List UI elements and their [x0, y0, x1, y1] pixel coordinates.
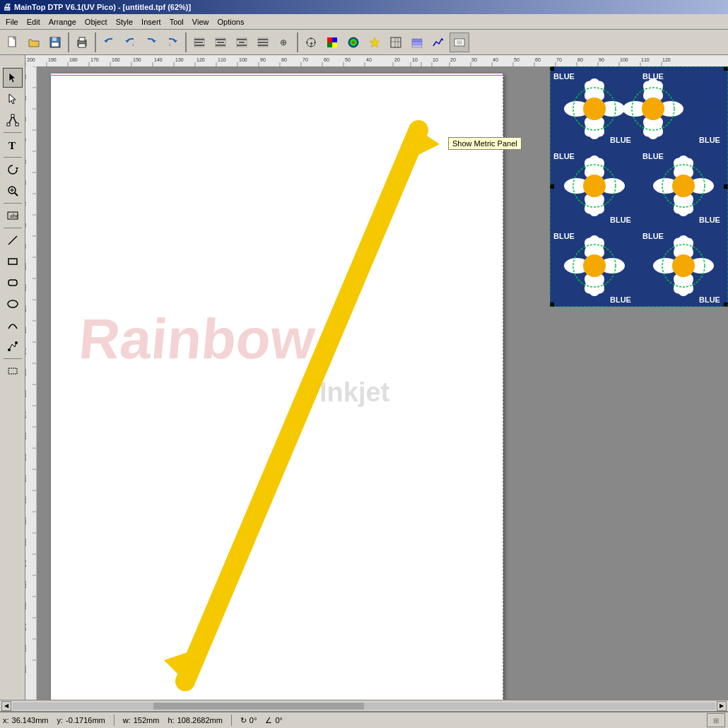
pen-tool[interactable] [3, 336, 23, 356]
svg-rect-122 [11, 115, 14, 117]
menu-style[interactable]: Style [112, 16, 137, 28]
svg-rect-140 [25, 66, 37, 700]
rounded-rect-tool[interactable] [3, 273, 23, 293]
svg-marker-14 [173, 40, 177, 42]
marquee-tool[interactable] [3, 361, 23, 381]
svg-text:20: 20 [394, 57, 400, 62]
menu-tool[interactable]: Tool [165, 16, 188, 28]
layers-button[interactable] [407, 33, 427, 52]
ruler-horizontal: 200 190 180 170 160 150 140 130 120 110 [25, 55, 728, 66]
svg-text:20: 20 [25, 95, 27, 100]
svg-marker-11 [125, 40, 129, 42]
line-tool[interactable] [3, 230, 23, 250]
svg-rect-134 [8, 259, 17, 264]
crosshair-button[interactable]: + [301, 33, 321, 52]
zoom-tool[interactable] [3, 181, 23, 201]
color-button[interactable] [322, 33, 342, 52]
menu-view[interactable]: View [188, 16, 213, 28]
svg-text:260: 260 [25, 601, 27, 609]
svg-text:10: 10 [25, 74, 27, 79]
rect-tool[interactable] [3, 252, 23, 271]
align4-button[interactable] [253, 33, 273, 52]
svg-text:30: 30 [471, 57, 477, 62]
app-icon: 🖨 [3, 2, 11, 12]
svg-text:210: 210 [25, 495, 27, 503]
redo2-button[interactable]: ↓ [163, 33, 182, 52]
redo-button[interactable] [141, 33, 161, 52]
align3-button[interactable] [232, 33, 252, 52]
status-w: w: 152mm [123, 716, 160, 724]
select-tool[interactable] [3, 68, 23, 88]
canvas-area[interactable]: Rainbow Inkjet [37, 66, 728, 700]
undo-button[interactable] [99, 33, 119, 52]
print-button[interactable] [72, 33, 92, 52]
svg-point-227 [642, 98, 664, 120]
svg-text:100: 100 [25, 262, 27, 270]
ellipse-tool[interactable] [3, 294, 23, 314]
grid-button[interactable] [386, 33, 406, 52]
align1-button[interactable] [189, 33, 209, 52]
color2-button[interactable] [344, 33, 363, 52]
status-skew: ∠ 0° [265, 716, 283, 725]
svg-text:60: 60 [324, 57, 329, 62]
x-label: x: [3, 716, 9, 724]
text-tool[interactable]: T [3, 135, 23, 155]
menu-arrange[interactable]: Arrange [45, 16, 81, 28]
svg-text:120: 120 [662, 57, 671, 62]
svg-point-266 [583, 254, 606, 277]
new-button[interactable] [3, 33, 23, 52]
svg-text:30: 30 [25, 117, 27, 122]
align2-button[interactable] [211, 33, 230, 52]
menu-file[interactable]: File [1, 16, 23, 28]
metric-panel-button[interactable] [450, 33, 469, 52]
guide-line-h [51, 75, 503, 76]
svg-text:140: 140 [154, 57, 163, 62]
svg-text:280: 280 [25, 644, 27, 652]
resize-handle[interactable]: ⊞ [707, 713, 725, 727]
align5-button[interactable]: ⊕ [274, 33, 294, 52]
curve-tool[interactable] [3, 315, 23, 335]
chart-button[interactable] [428, 33, 448, 52]
svg-point-136 [8, 300, 18, 307]
svg-text:160: 160 [112, 57, 120, 62]
pointer-tool[interactable] [3, 89, 23, 109]
horizontal-scrollbar[interactable]: ◀ ▶ [0, 700, 728, 711]
open-button[interactable] [24, 33, 44, 52]
svg-rect-288 [724, 303, 728, 307]
svg-text:290: 290 [25, 665, 27, 673]
svg-text:↓: ↓ [131, 41, 134, 47]
svg-rect-39 [327, 37, 332, 42]
svg-text:110: 110 [25, 283, 27, 291]
svg-text:80: 80 [577, 57, 583, 62]
scroll-thumb[interactable] [153, 703, 364, 710]
menu-edit[interactable]: Edit [23, 16, 45, 28]
node-tool[interactable] [3, 110, 23, 130]
svg-rect-123 [7, 123, 10, 126]
menu-options[interactable]: Options [213, 16, 248, 28]
svg-rect-4 [52, 37, 57, 41]
ruler-vertical: 10 20 30 40 50 60 70 80 90 [25, 66, 37, 700]
star-button[interactable] [365, 33, 384, 52]
svg-text:130: 130 [175, 57, 184, 62]
rotate-tool[interactable] [3, 160, 23, 180]
menu-insert[interactable]: Insert [137, 16, 165, 28]
svg-point-215 [583, 98, 606, 120]
svg-text:10: 10 [433, 57, 438, 62]
svg-text:80: 80 [281, 57, 287, 62]
svg-text:BLUE: BLUE [610, 136, 631, 144]
save-button[interactable] [45, 33, 65, 52]
undo2-button[interactable]: ↓ [120, 33, 140, 52]
scroll-right-button[interactable]: ▶ [717, 701, 727, 711]
svg-text:BLUE: BLUE [642, 152, 664, 160]
svg-rect-49 [412, 45, 422, 47]
svg-text:60: 60 [25, 180, 27, 185]
scroll-track[interactable] [13, 703, 715, 710]
svg-text:40: 40 [25, 138, 27, 143]
svg-text:T: T [8, 140, 16, 151]
svg-text:120: 120 [25, 305, 27, 312]
menu-object[interactable]: Object [81, 16, 112, 28]
text-frame-tool[interactable]: abc [3, 206, 23, 225]
y-value: -0.1716mm [66, 716, 105, 724]
scroll-left-button[interactable]: ◀ [1, 701, 11, 711]
svg-text:140: 140 [25, 347, 27, 355]
